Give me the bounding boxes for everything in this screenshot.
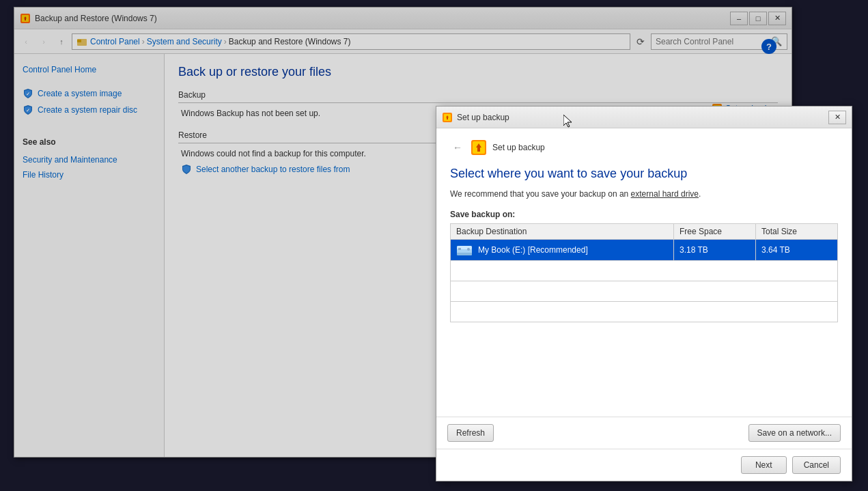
svg-rect-14	[458, 248, 461, 250]
modal-content-area: ← Set up backup Select where you want to…	[436, 128, 852, 417]
table-empty-row	[451, 302, 838, 322]
table-row[interactable]: My Book (E:) [Recommended] 3.18 TB 3.64 …	[451, 240, 838, 261]
table-empty-row	[451, 261, 838, 281]
modal-nav: ← Set up backup	[450, 139, 838, 156]
refresh-button[interactable]: Refresh	[447, 424, 494, 442]
modal-footer: Refresh Save on a network...	[436, 417, 852, 449]
modal-back-button[interactable]: ←	[450, 140, 465, 155]
col-header-total-size: Total Size	[756, 224, 838, 240]
modal-header-title: Set up backup	[492, 143, 545, 152]
modal-bottom-footer: Next Cancel	[436, 449, 852, 481]
save-on-network-button[interactable]: Save on a network...	[748, 424, 841, 442]
free-space-cell: 3.18 TB	[674, 240, 756, 261]
col-header-free-space: Free Space	[674, 224, 756, 240]
svg-rect-16	[457, 253, 472, 255]
drive-icon	[456, 244, 473, 256]
cancel-button[interactable]: Cancel	[792, 456, 841, 474]
modal-heading: Select where you want to save your backu…	[450, 167, 838, 181]
modal-description: We recommend that you save your backup o…	[450, 189, 838, 199]
setup-backup-modal: Set up backup ✕ ← Set up backup Select w…	[436, 106, 852, 481]
backup-destinations-table: Backup Destination Free Space Total Size	[450, 223, 838, 322]
table-empty-row	[451, 281, 838, 302]
modal-title: Set up backup	[457, 113, 828, 122]
modal-overlay: Set up backup ✕ ← Set up backup Select w…	[0, 0, 868, 491]
svg-point-15	[467, 248, 470, 251]
destination-cell: My Book (E:) [Recommended]	[451, 240, 674, 261]
col-header-destination: Backup Destination	[451, 224, 674, 240]
modal-close-button[interactable]: ✕	[828, 111, 846, 124]
next-button[interactable]: Next	[741, 456, 787, 474]
total-size-cell: 3.64 TB	[756, 240, 838, 261]
save-backup-label: Save backup on:	[450, 210, 838, 219]
modal-title-bar: Set up backup ✕	[436, 107, 852, 128]
